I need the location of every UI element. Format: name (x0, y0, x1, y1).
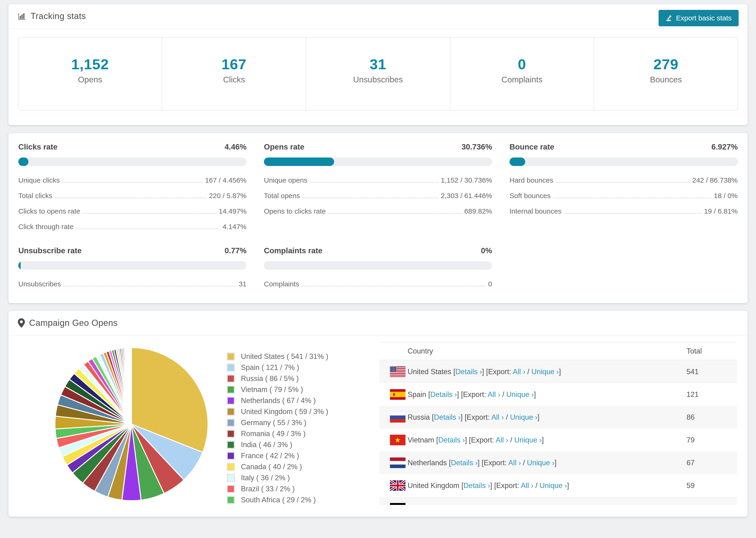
export-unique-link[interactable]: Unique › (540, 481, 567, 490)
details-link[interactable]: Details › (463, 481, 490, 490)
details-link[interactable]: Details › (455, 368, 482, 376)
export-all-link[interactable]: All › (488, 390, 500, 399)
stat-value: 0 (450, 56, 594, 73)
stat-value: 167 (162, 56, 306, 73)
export-all-link[interactable]: All › (496, 436, 508, 444)
stat-row-value: 19 / 6.81% (704, 207, 738, 215)
rate-title: Opens rate (264, 142, 304, 151)
country-name: Spain (407, 390, 426, 399)
details-link[interactable]: Details › (442, 504, 468, 505)
export-all-link[interactable]: All › (491, 413, 504, 421)
progress-bar-fill (18, 261, 21, 270)
table-row: Spain [Details ›] [Export: All › / Uniqu… (379, 383, 737, 406)
summary-stats-row: 1,152 Opens167 Clicks31 Unsubscribes0 Co… (18, 37, 738, 111)
stat-row: Unique opens 1,152 / 30.736% (264, 176, 492, 184)
rate-section: Unsubscribe rate 0.77% Unsubscribes 31 (18, 246, 246, 288)
export-all-link[interactable]: All › (513, 368, 525, 376)
stat-row-value: 242 / 86.738% (692, 176, 738, 184)
stat-row-value: 2,303 / 61.446% (441, 192, 492, 200)
progress-bar (18, 157, 246, 166)
geo-opens-card: Campaign Geo Opens United States ( 541 /… (9, 311, 747, 517)
country-total: 55 (686, 504, 737, 505)
legend-label: Netherlands ( 67 / 4% ) (241, 397, 316, 405)
stat-value: 1,152 (18, 56, 162, 73)
export-unique-link[interactable]: Unique › (510, 413, 537, 421)
rate-value: 6.927% (711, 142, 738, 151)
stat-row-label: Total clicks (18, 192, 52, 200)
vn-flag-icon: ★ (390, 435, 405, 445)
stat-label: Clicks (162, 75, 306, 84)
page-title: Tracking stats (30, 11, 86, 21)
legend-item: Brazil ( 33 / 2% ) (227, 485, 372, 493)
country-total: 79 (686, 436, 737, 444)
export-unique-link[interactable]: Unique › (514, 436, 542, 444)
stat-row-value: 14.497% (219, 207, 246, 215)
stat-row-value: 220 / 5.87% (209, 192, 246, 200)
legend-swatch (227, 441, 235, 449)
export-unique-link[interactable]: Unique › (531, 368, 559, 376)
tracking-stats-header: Tracking stats Export basic stats (9, 4, 747, 28)
rate-section: Clicks rate 4.46% Unique clicks 167 / 4.… (18, 142, 246, 231)
export-all-link[interactable]: All › (508, 459, 521, 467)
dotted-leader (82, 213, 216, 214)
legend-item: Netherlands ( 67 / 4% ) (227, 397, 372, 405)
export-all-link[interactable]: All › (521, 481, 533, 490)
progress-bar-fill (18, 157, 28, 166)
nl-flag-icon (390, 457, 405, 468)
details-link[interactable]: Details › (430, 390, 457, 399)
details-link[interactable]: Details › (438, 436, 465, 444)
legend-item: Spain ( 121 / 7% ) (227, 363, 372, 372)
legend-label: Russia ( 86 / 5% ) (241, 374, 298, 383)
stat-row: Clicks to opens rate 14.497% (18, 207, 246, 215)
geo-opens-header: Campaign Geo Opens (9, 311, 747, 336)
export-unique-link[interactable]: Unique › (527, 459, 554, 467)
stat-label: Bounces (594, 75, 738, 84)
details-link[interactable]: Details › (434, 413, 460, 421)
legend-label: France ( 42 / 2% ) (241, 452, 299, 460)
dotted-leader (302, 198, 438, 198)
stat-label: Opens (18, 75, 162, 84)
stat-row-label: Unique opens (264, 176, 307, 184)
stat-row-label: Opens to clicks rate (264, 207, 326, 215)
rate-title: Clicks rate (18, 142, 58, 151)
geo-pie-chart (53, 346, 210, 507)
export-unique-link[interactable]: Unique › (518, 504, 545, 505)
stat-value: 31 (306, 56, 450, 73)
stat-row-value: 167 / 4.456% (205, 176, 246, 184)
stat-row: Unsubscribes 31 (18, 280, 246, 288)
country-name: Netherlands (407, 459, 447, 467)
export-basic-stats-button[interactable]: Export basic stats (659, 10, 739, 26)
rates-card: Clicks rate 4.46% Unique clicks 167 / 4.… (9, 133, 747, 303)
stat-row: Click through rate 4.147% (18, 223, 246, 231)
legend-label: United Kingdom ( 59 / 3% ) (241, 407, 328, 416)
rate-value: 30.736% (461, 142, 492, 151)
summary-stat: 1,152 Opens (18, 37, 162, 110)
stat-row: Complaints 0 (264, 280, 492, 288)
progress-bar (510, 157, 738, 166)
rate-title: Complaints rate (264, 246, 322, 255)
table-header-row: Country Total (379, 342, 737, 360)
table-row: ★ Vietnam [Details ›] [Export: All › / U… (379, 429, 737, 452)
stat-row-label: Clicks to opens rate (18, 207, 80, 215)
legend-label: Romania ( 49 / 3% ) (241, 430, 306, 438)
country-total: 541 (686, 368, 737, 376)
legend-swatch (227, 452, 235, 460)
legend-item: United Kingdom ( 59 / 3% ) (227, 407, 372, 416)
stat-row-value: 689.82% (464, 207, 492, 215)
export-unique-link[interactable]: Unique › (506, 390, 534, 399)
rate-section: Opens rate 30.736% Unique opens 1,152 / … (264, 142, 492, 231)
legend-label: Italy ( 36 / 2% ) (241, 474, 290, 482)
rate-value: 4.46% (225, 142, 246, 151)
de-flag-icon (390, 503, 405, 505)
dotted-leader (301, 286, 486, 286)
legend-item: France ( 42 / 2% ) (227, 452, 372, 460)
summary-stat: 0 Complaints (450, 37, 594, 110)
details-link[interactable]: Details › (451, 459, 477, 467)
dotted-leader (62, 182, 203, 183)
stat-row-label: Soft bounces (510, 192, 551, 200)
rate-value: 0.77% (225, 246, 246, 255)
table-body: United States [Details ›] [Export: All ›… (379, 360, 737, 505)
summary-stat: 279 Bounces (594, 37, 738, 110)
country-name: Russia (407, 413, 430, 421)
export-all-link[interactable]: All › (499, 504, 512, 505)
